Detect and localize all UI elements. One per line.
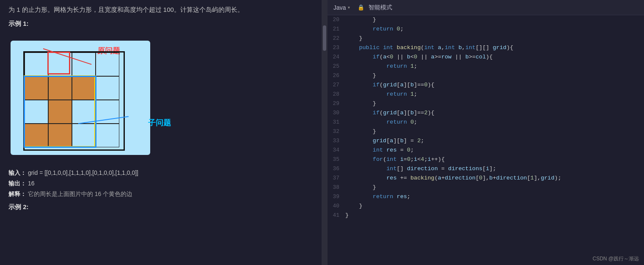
editor-header: Java ▾ 🔒 智能模式: [328, 0, 644, 15]
diagram-area: 原问题 子问题: [8, 32, 186, 163]
language-selector[interactable]: Java ▾: [333, 4, 350, 11]
input-line: 输入： grid = [[0,1,0,0],[1,1,1,0],[0,1,0,0…: [8, 168, 313, 178]
table-row: 27 if(grid[a][b]==0){: [328, 80, 644, 90]
line-num-37: 37: [328, 174, 345, 183]
line-code-37[interactable]: res += backing(a+direction[0],b+directio…: [345, 174, 644, 183]
line-code-35[interactable]: for(int i=0;i<4;i++){: [345, 155, 644, 164]
table-row: 31 return 0;: [328, 118, 644, 127]
line-code-23[interactable]: public int backing(int a,int b,int[][] g…: [345, 43, 644, 52]
line-code-38[interactable]: }: [345, 183, 644, 192]
line-num-28: 28: [328, 90, 345, 99]
line-num-27: 27: [328, 80, 345, 90]
table-row: 28 return 1;: [328, 90, 644, 99]
example2-label: 示例 2:: [8, 201, 313, 213]
table-row: 33 grid[a][b] = 2;: [328, 136, 644, 146]
input-value: grid = [[0,1,0,0],[1,1,1,0],[0,1,0,0],[1…: [28, 169, 138, 176]
bottom-text: 输入： grid = [[0,1,0,0],[1,1,1,0],[0,1,0,0…: [8, 168, 313, 213]
line-code-25[interactable]: return 1;: [345, 62, 644, 71]
cell-0-2: [72, 52, 96, 76]
table-row: 25 return 1;: [328, 62, 644, 71]
cell-0-3: [96, 52, 119, 76]
line-code-36[interactable]: int[] direction = directions[i];: [345, 164, 644, 174]
table-row: 29 }: [328, 99, 644, 108]
line-num-21: 21: [328, 25, 345, 34]
line-num-25: 25: [328, 62, 345, 71]
line-code-32[interactable]: }: [345, 127, 644, 136]
table-row: 22 }: [328, 34, 644, 43]
table-row: 35 for(int i=0;i<4;i++){: [328, 155, 644, 164]
table-row: 23 public int backing(int a,int b,int[][…: [328, 43, 644, 52]
line-code-40[interactable]: }: [345, 202, 644, 211]
explain-line: 解释： 它的周长是上面图片中的 16 个黄色的边: [8, 189, 313, 199]
line-code-31[interactable]: return 0;: [345, 118, 644, 127]
table-row: 30 if(grid[a][b]==2){: [328, 108, 644, 118]
line-code-24[interactable]: if(a<0 || b<0 || a>=row || b>=col){: [345, 52, 644, 62]
table-row: 36 int[] direction = directions[i];: [328, 164, 644, 174]
scrollbar-thumb[interactable]: [323, 25, 326, 51]
table-row: 37 res += backing(a+direction[0],b+direc…: [328, 174, 644, 183]
table-row: 34 int res = 0;: [328, 146, 644, 155]
output-value: 16: [28, 180, 35, 187]
code-area[interactable]: 原问题 子问题 最终返回答案 20 } 21 return 0; 22 } 23: [328, 15, 644, 265]
explain-label: 解释：: [8, 190, 26, 197]
line-num-33: 33: [328, 136, 345, 146]
line-num-35: 35: [328, 155, 345, 164]
table-row: 26 }: [328, 71, 644, 80]
line-code-22[interactable]: }: [345, 34, 644, 43]
table-row: 38 }: [328, 183, 644, 192]
cell-1-3: [96, 76, 119, 100]
line-num-31: 31: [328, 118, 345, 127]
line-num-39: 39: [328, 192, 345, 202]
line-num-40: 40: [328, 202, 345, 211]
red-highlight-cell: [47, 52, 70, 75]
smart-mode-label: 智能模式: [369, 4, 392, 11]
line-code-21[interactable]: return 0;: [345, 25, 644, 34]
line-num-32: 32: [328, 127, 345, 136]
left-panel: 为 1 的止力形。网格为长力形，且宽度和高度均个超过 100。计算这个岛屿的周长…: [0, 0, 322, 265]
ziwenti-label: 子问题: [148, 117, 171, 129]
scrollbar[interactable]: [322, 0, 328, 265]
line-num-30: 30: [328, 108, 345, 118]
language-label: Java: [333, 4, 346, 11]
line-code-39[interactable]: return res;: [345, 192, 644, 202]
blue-highlight-box: [24, 76, 96, 148]
line-num-20: 20: [328, 15, 345, 25]
example1-label: 示例 1:: [8, 19, 313, 29]
code-table: 20 } 21 return 0; 22 } 23 public int bac…: [328, 15, 644, 220]
chevron-down-icon: ▾: [348, 5, 350, 10]
line-code-27[interactable]: if(grid[a][b]==0){: [345, 80, 644, 90]
table-row: 32 }: [328, 127, 644, 136]
line-code-20[interactable]: }: [345, 15, 644, 25]
line-code-26[interactable]: }: [345, 71, 644, 80]
line-num-29: 29: [328, 99, 345, 108]
line-num-36: 36: [328, 164, 345, 174]
cell-0-0: [25, 52, 48, 76]
lock-icon: 🔒: [358, 4, 364, 11]
right-panel: Java ▾ 🔒 智能模式 原问题 子问题 最终返回答案 20 } 21: [328, 0, 644, 265]
input-label: 输入：: [8, 169, 26, 176]
line-code-29[interactable]: }: [345, 99, 644, 108]
line-code-33[interactable]: grid[a][b] = 2;: [345, 136, 644, 146]
table-row: 40 }: [328, 202, 644, 211]
line-code-34[interactable]: int res = 0;: [345, 146, 644, 155]
cell-3-3: [96, 124, 119, 147]
explain-value: 它的周长是上面图片中的 16 个黄色的边: [28, 190, 132, 197]
line-num-22: 22: [328, 34, 345, 43]
table-row: 39 return res;: [328, 192, 644, 202]
line-num-34: 34: [328, 146, 345, 155]
table-row: 41 }: [328, 211, 644, 220]
table-row: 21 return 0;: [328, 25, 644, 34]
line-code-41[interactable]: }: [345, 211, 644, 220]
line-num-24: 24: [328, 52, 345, 62]
line-num-23: 23: [328, 43, 345, 52]
line-num-26: 26: [328, 71, 345, 80]
line-num-38: 38: [328, 183, 345, 192]
line-num-41: 41: [328, 211, 345, 220]
line-code-30[interactable]: if(grid[a][b]==2){: [345, 108, 644, 118]
line-code-28[interactable]: return 1;: [345, 90, 644, 99]
table-row: 24 if(a<0 || b<0 || a>=row || b>=col){: [328, 52, 644, 62]
output-line: 输出： 16: [8, 178, 313, 189]
watermark: CSDN @践行～渐远: [592, 255, 639, 262]
output-label: 输出：: [8, 180, 26, 187]
table-row: 20 }: [328, 15, 644, 25]
